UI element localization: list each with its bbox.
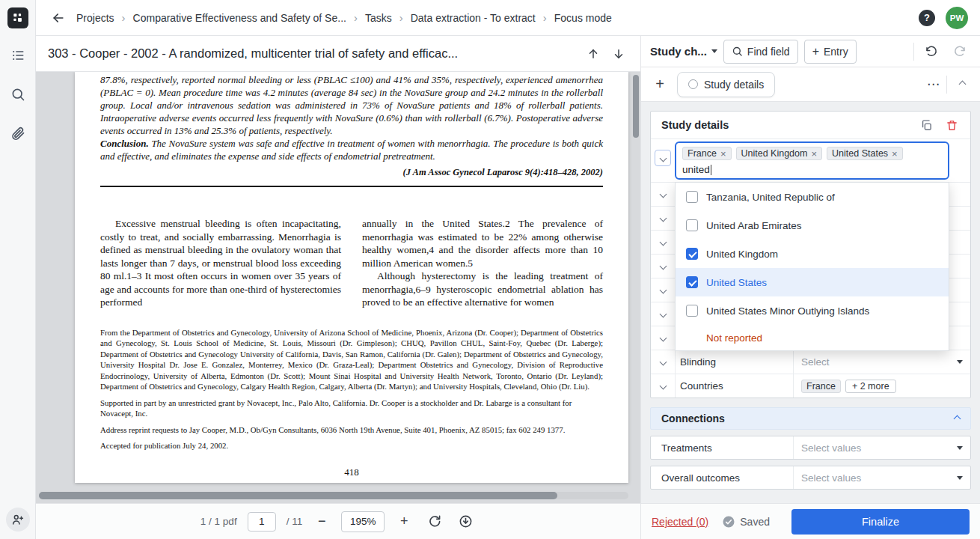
dropdown-option[interactable]: United Arab Emirates bbox=[676, 211, 949, 240]
more-options-icon[interactable]: ⋯ bbox=[927, 76, 940, 92]
funding-text: Supported in part by an unrestricted gra… bbox=[100, 398, 603, 419]
back-icon[interactable] bbox=[48, 7, 69, 28]
entry-tabs-row: + Study details ⋯ bbox=[641, 67, 980, 102]
rejected-link[interactable]: Rejected (0) bbox=[652, 516, 708, 528]
checkbox-unchecked-icon[interactable] bbox=[686, 305, 698, 317]
chevron-down-icon bbox=[957, 360, 963, 364]
remove-chip-icon[interactable]: × bbox=[892, 149, 898, 159]
document-title: 303 - Cooper - 2002 - A randomized, mult… bbox=[48, 46, 578, 61]
horizontal-scrollbar-thumb[interactable] bbox=[39, 492, 557, 499]
search-query[interactable]: united bbox=[682, 164, 942, 175]
find-field-button[interactable]: Find field bbox=[723, 40, 798, 64]
undo-icon[interactable] bbox=[920, 40, 943, 63]
breadcrumb-projects[interactable]: Projects bbox=[76, 12, 114, 24]
conclusion-text: Conclusion. The NovaSure system was safe… bbox=[100, 137, 603, 162]
countries-multiselect-input[interactable]: France× United Kingdom× United States× u… bbox=[675, 141, 949, 180]
horizontal-scrollbar[interactable] bbox=[39, 492, 628, 499]
add-entry-button[interactable]: + Entry bbox=[804, 40, 857, 64]
chip-label: United Kingdom bbox=[741, 148, 808, 159]
treatments-select[interactable]: Select values bbox=[793, 436, 970, 459]
avatar[interactable]: PW bbox=[946, 7, 968, 29]
breadcrumb-task-name[interactable]: Data extraction - To extract bbox=[411, 12, 536, 24]
checkbox-checked-icon[interactable] bbox=[686, 248, 698, 260]
topbar: Projects › Comparative Effectiveness and… bbox=[36, 0, 980, 36]
delete-icon[interactable] bbox=[943, 117, 960, 133]
add-tab-icon[interactable]: + bbox=[650, 76, 670, 93]
value-chip: France× bbox=[682, 147, 732, 160]
dropdown-option[interactable]: United Kingdom bbox=[676, 240, 949, 268]
vertical-scrollbar-thumb[interactable] bbox=[633, 75, 639, 138]
entry-tabs-actions: ⋯ bbox=[927, 73, 971, 96]
not-reported-option[interactable]: Not reported bbox=[676, 325, 949, 350]
collapse-row-icon[interactable] bbox=[659, 311, 667, 318]
arrow-down-icon[interactable] bbox=[609, 44, 628, 64]
breadcrumb-focus-mode[interactable]: Focus mode bbox=[554, 12, 612, 24]
app-logo-icon[interactable] bbox=[7, 7, 28, 28]
add-entry-label: Entry bbox=[824, 46, 848, 58]
pdf-toolbar: 1 / 1 pdf 1 / 11 − 195% + bbox=[36, 504, 640, 539]
check-circle-icon bbox=[722, 515, 735, 529]
checkbox-checked-icon[interactable] bbox=[686, 276, 698, 288]
help-icon[interactable]: ? bbox=[919, 10, 935, 26]
select-placeholder: Select bbox=[801, 356, 952, 368]
form-selector[interactable]: Study ch... bbox=[650, 45, 717, 58]
entry-tab-study-details[interactable]: Study details bbox=[677, 72, 775, 97]
select-placeholder: Select values bbox=[801, 472, 957, 484]
collapse-row-icon[interactable] bbox=[659, 215, 667, 222]
more-values-badge[interactable]: + 2 more bbox=[845, 380, 896, 393]
collapse-row-icon[interactable] bbox=[659, 287, 667, 294]
pdf-viewer[interactable]: 87.8%, respectively, reported normal ble… bbox=[36, 72, 640, 503]
redo-icon[interactable] bbox=[949, 40, 971, 63]
download-icon[interactable] bbox=[455, 511, 476, 532]
outline-icon[interactable] bbox=[6, 43, 30, 67]
collapse-row-icon[interactable] bbox=[655, 150, 671, 166]
footer-bar: 1 / 1 pdf 1 / 11 − 195% + Rejected (0) S… bbox=[36, 503, 980, 539]
breadcrumb-tasks[interactable]: Tasks bbox=[365, 12, 392, 24]
field-label: Treatments bbox=[651, 436, 793, 459]
journal-citation: (J Am Assoc Gynecol Laparosc 9(4):418–42… bbox=[100, 167, 603, 178]
duplicate-icon[interactable] bbox=[918, 117, 934, 133]
article-columns: Excessive menstrual bleeding is often in… bbox=[100, 217, 603, 309]
select-placeholder: Select values bbox=[801, 442, 957, 454]
dropdown-option[interactable]: United States Minor Outlying Islands bbox=[676, 296, 949, 325]
finalize-button[interactable]: Finalize bbox=[791, 509, 970, 535]
zoom-in-icon[interactable]: + bbox=[395, 514, 413, 529]
zoom-out-icon[interactable]: − bbox=[313, 514, 331, 529]
arrow-up-icon[interactable] bbox=[584, 44, 603, 64]
remove-chip-icon[interactable]: × bbox=[720, 149, 726, 159]
row-collapse-cell bbox=[651, 139, 675, 182]
vertical-scrollbar[interactable] bbox=[633, 75, 639, 494]
topbar-actions: ? PW bbox=[919, 7, 968, 29]
remove-chip-icon[interactable]: × bbox=[811, 149, 817, 159]
blinding-select[interactable]: Select bbox=[793, 350, 970, 374]
option-label: Tanzania, United Republic of bbox=[706, 192, 835, 203]
saved-label: Saved bbox=[740, 516, 770, 528]
countries-value-cell[interactable]: France + 2 more bbox=[793, 374, 970, 398]
page-total: / 11 bbox=[287, 516, 303, 527]
checkbox-unchecked-icon[interactable] bbox=[686, 191, 698, 203]
collapse-row-icon[interactable] bbox=[659, 263, 667, 270]
search-icon[interactable] bbox=[6, 82, 30, 106]
save-status: Saved bbox=[722, 515, 770, 529]
collapse-row-icon[interactable] bbox=[659, 383, 667, 390]
collapse-row-icon[interactable] bbox=[659, 335, 667, 342]
column-2-paragraph-2: Although hysterectomy is the leading tre… bbox=[362, 270, 603, 309]
chevron-down-icon bbox=[957, 446, 963, 450]
document-count: 1 / 1 pdf bbox=[200, 516, 237, 527]
page-number-input[interactable]: 1 bbox=[248, 512, 276, 532]
breadcrumb-project-name[interactable]: Comparative Effectiveness and Safety of … bbox=[133, 12, 346, 24]
collapse-panel-icon[interactable] bbox=[953, 73, 971, 96]
collapse-row-icon[interactable] bbox=[659, 191, 667, 198]
attachment-icon[interactable] bbox=[6, 121, 30, 145]
collapse-row-icon[interactable] bbox=[659, 359, 667, 366]
rotate-icon[interactable] bbox=[423, 511, 444, 532]
collapse-row-icon[interactable] bbox=[659, 239, 667, 246]
checkbox-unchecked-icon[interactable] bbox=[686, 219, 698, 231]
overall-outcomes-select[interactable]: Select values bbox=[793, 466, 970, 489]
dropdown-option[interactable]: Tanzania, United Republic of bbox=[676, 183, 949, 211]
support-icon[interactable] bbox=[6, 508, 30, 532]
zoom-level[interactable]: 195% bbox=[341, 511, 385, 532]
connections-header[interactable]: Connections bbox=[650, 407, 971, 430]
chip-label: France bbox=[806, 381, 836, 392]
dropdown-option-highlighted[interactable]: United States bbox=[676, 268, 949, 296]
